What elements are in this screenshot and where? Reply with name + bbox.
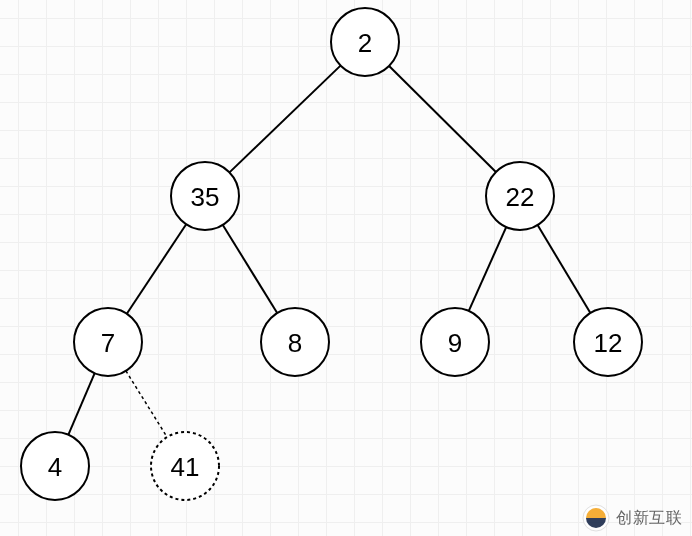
node-8: 8 (261, 308, 329, 376)
node-22: 22 (486, 162, 554, 230)
tree-diagram: 2352278912441 (0, 0, 692, 536)
node-41: 41 (151, 432, 219, 500)
node-label: 7 (101, 328, 115, 358)
node-35: 35 (171, 162, 239, 230)
node-label: 22 (506, 182, 535, 212)
edge-n22-n12 (538, 225, 591, 313)
node-label: 41 (171, 452, 200, 482)
edge-n7-n41 (126, 371, 167, 437)
node-label: 35 (191, 182, 220, 212)
edges-layer (68, 66, 590, 438)
node-label: 8 (288, 328, 302, 358)
node-7: 7 (74, 308, 142, 376)
node-2: 2 (331, 8, 399, 76)
edge-n22-n9 (469, 227, 506, 311)
node-label: 9 (448, 328, 462, 358)
edge-n35-n8 (223, 225, 277, 313)
edge-n2-n22 (389, 66, 496, 172)
watermark-text: 创新互联 (616, 508, 682, 529)
edge-n2-n35 (230, 66, 341, 173)
watermark: 创新互联 (582, 504, 682, 532)
edge-n35-n7 (127, 224, 186, 313)
node-4: 4 (21, 432, 89, 500)
watermark-logo-icon (582, 504, 610, 532)
node-12: 12 (574, 308, 642, 376)
node-label: 12 (594, 328, 623, 358)
edge-n7-n4 (68, 373, 94, 434)
node-label: 4 (48, 452, 62, 482)
node-9: 9 (421, 308, 489, 376)
node-label: 2 (358, 28, 372, 58)
nodes-layer: 2352278912441 (21, 8, 642, 500)
